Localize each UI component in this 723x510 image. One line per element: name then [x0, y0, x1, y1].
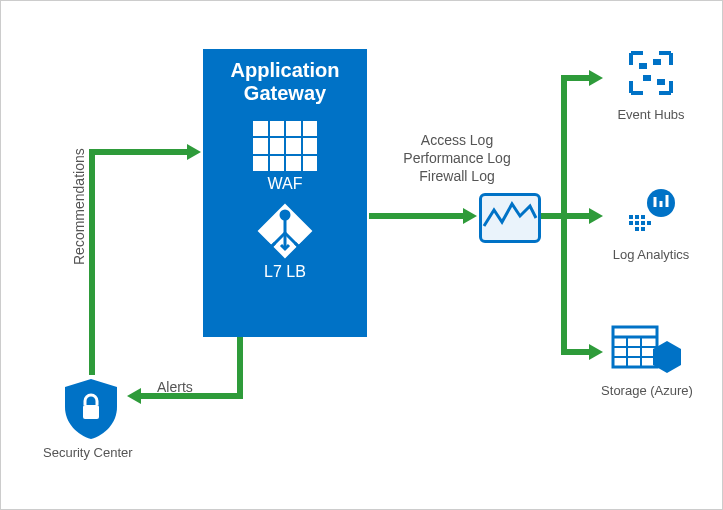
- arrow-recommendations-head: [187, 144, 201, 160]
- waf-label: WAF: [203, 175, 367, 193]
- arrow-alerts-head: [127, 388, 141, 404]
- arrow-to-loganalytics: [561, 213, 591, 219]
- svg-rect-13: [641, 215, 645, 219]
- arrow-to-monitor: [369, 213, 465, 219]
- event-hubs-node: Event Hubs: [591, 45, 711, 122]
- event-hubs-label: Event Hubs: [591, 107, 711, 122]
- appgw-title-line2: Gateway: [203, 82, 367, 105]
- arrow-recommendations-v: [89, 149, 95, 375]
- svg-rect-12: [635, 215, 639, 219]
- monitor-icon: [479, 193, 541, 243]
- svg-rect-9: [643, 75, 651, 81]
- svg-rect-6: [83, 405, 99, 419]
- arrow-recommendations-h: [89, 149, 189, 155]
- log-firewall: Firewall Log: [387, 167, 527, 185]
- event-hubs-icon: [623, 45, 679, 101]
- svg-rect-15: [635, 221, 639, 225]
- log-analytics-node: Log Analytics: [591, 185, 711, 262]
- security-center-label: Security Center: [43, 445, 121, 460]
- storage-label: Storage (Azure): [587, 383, 707, 398]
- log-analytics-icon: [623, 185, 679, 241]
- appgw-title-line1: Application: [203, 59, 367, 82]
- svg-rect-19: [641, 227, 645, 231]
- svg-rect-10: [657, 79, 665, 85]
- arrow-to-eventhubs: [561, 75, 591, 81]
- firewall-icon: [253, 121, 317, 171]
- l7-label: L7 LB: [203, 263, 367, 281]
- shield-icon: [63, 377, 119, 441]
- log-analytics-label: Log Analytics: [591, 247, 711, 262]
- arrow-to-monitor-head: [463, 208, 477, 224]
- svg-rect-7: [639, 63, 647, 69]
- svg-rect-8: [653, 59, 661, 65]
- application-gateway-box: Application Gateway WAF L7 LB: [203, 49, 367, 337]
- load-balancer-icon: [257, 203, 313, 259]
- storage-node: Storage (Azure): [587, 321, 707, 398]
- architecture-diagram: Application Gateway WAF L7 LB: [0, 0, 723, 510]
- svg-rect-14: [629, 221, 633, 225]
- svg-point-1: [281, 211, 289, 219]
- svg-rect-18: [635, 227, 639, 231]
- svg-rect-16: [641, 221, 645, 225]
- svg-rect-17: [647, 221, 651, 225]
- log-performance: Performance Log: [387, 149, 527, 167]
- svg-rect-11: [629, 215, 633, 219]
- arrow-alerts-v: [237, 337, 243, 399]
- logs-label: Access Log Performance Log Firewall Log: [387, 131, 527, 186]
- security-center-node: Security Center: [61, 377, 121, 460]
- alerts-label: Alerts: [157, 379, 193, 395]
- recommendations-label: Recommendations: [71, 148, 87, 265]
- log-access: Access Log: [387, 131, 527, 149]
- storage-icon: [611, 321, 683, 377]
